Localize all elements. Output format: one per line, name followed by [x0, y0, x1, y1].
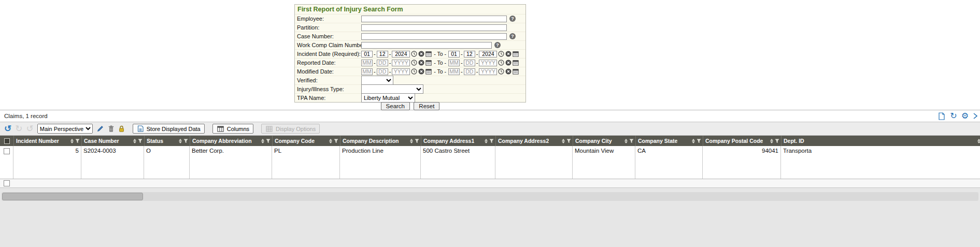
column-header-company-abbreviation[interactable]: Company Abbreviation [190, 136, 272, 146]
table-row[interactable]: 5S2024-0003OBetter Corp.PLProduction Lin… [0, 146, 980, 179]
filter-icon[interactable] [697, 139, 701, 143]
incident-date-to-mm-input[interactable] [448, 51, 460, 57]
filter-icon[interactable] [629, 139, 634, 143]
modified-date-from-yyyy-input[interactable] [392, 68, 410, 75]
sort-icon[interactable] [692, 139, 695, 143]
modified-date-to-mm-input[interactable] [448, 68, 460, 75]
clock-icon[interactable] [498, 68, 504, 75]
reported-date-from-dd-input[interactable] [377, 60, 388, 66]
work-comp-claim-number-input[interactable] [361, 42, 492, 49]
clear-date-icon[interactable] [505, 60, 512, 66]
search-button[interactable]: Search [381, 102, 410, 110]
reported-date-from-mm-input[interactable] [361, 60, 373, 66]
column-header-status[interactable]: Status [144, 136, 190, 146]
filter-icon[interactable] [266, 139, 271, 143]
case-number-input[interactable] [361, 33, 507, 40]
calendar-icon[interactable] [425, 51, 432, 57]
clear-date-icon[interactable] [418, 60, 424, 66]
sort-icon[interactable] [562, 139, 565, 143]
calendar-icon[interactable] [425, 60, 432, 66]
employee-input[interactable] [361, 16, 507, 22]
calendar-icon[interactable] [513, 68, 519, 75]
edit-pencil-icon[interactable] [97, 125, 104, 132]
filter-icon[interactable] [183, 139, 188, 143]
help-icon[interactable]: ? [494, 42, 501, 48]
calendar-icon[interactable] [513, 51, 519, 57]
sort-icon[interactable] [133, 139, 136, 143]
sort-icon[interactable] [410, 139, 413, 143]
reset-button[interactable]: Reset [414, 102, 439, 110]
select-all-checkbox[interactable] [4, 138, 10, 144]
calendar-icon[interactable] [513, 60, 519, 66]
sort-icon[interactable] [179, 139, 182, 143]
clock-icon[interactable] [498, 60, 504, 66]
clock-icon[interactable] [411, 51, 417, 57]
reported-date-to-mm-input[interactable] [448, 60, 460, 66]
row-checkbox[interactable] [4, 148, 10, 154]
help-icon[interactable]: ? [509, 16, 516, 22]
filter-icon[interactable] [334, 139, 338, 143]
reported-date-to-yyyy-input[interactable] [479, 60, 497, 66]
column-header-company-postal-code[interactable]: Company Postal Code [703, 136, 781, 146]
trash-icon[interactable] [108, 125, 114, 132]
partition-input[interactable] [361, 24, 507, 31]
horizontal-scrollbar[interactable] [2, 192, 978, 201]
gear-icon[interactable]: ⚙ [961, 112, 969, 120]
column-header-company-address2[interactable]: Company Address2 [495, 136, 573, 146]
column-header-dept-id[interactable]: Dept. ID [781, 136, 980, 146]
column-header-company-address1[interactable]: Company Address1 [421, 136, 495, 146]
sort-icon[interactable] [329, 139, 332, 143]
modified-date-from-dd-input[interactable] [377, 68, 388, 75]
incident-date-from-yyyy-input[interactable] [392, 51, 410, 57]
clock-icon[interactable] [411, 60, 417, 66]
incident-date-from-mm-input[interactable] [361, 51, 373, 57]
clear-date-icon[interactable] [418, 51, 424, 57]
sort-icon[interactable] [770, 139, 773, 143]
filter-icon[interactable] [566, 139, 571, 143]
clear-date-icon[interactable] [505, 51, 512, 57]
column-header-company-code[interactable]: Company Code [272, 136, 340, 146]
scrollbar-thumb[interactable] [2, 193, 143, 200]
column-header-company-state[interactable]: Company State [635, 136, 703, 146]
reported-date-from-yyyy-input[interactable] [392, 60, 410, 66]
filter-icon[interactable] [415, 139, 419, 143]
modified-date-to-yyyy-input[interactable] [479, 68, 497, 75]
filter-icon[interactable] [775, 139, 779, 143]
store-displayed-data-button[interactable]: Store Displayed Data [133, 124, 205, 134]
help-icon[interactable]: ? [509, 33, 516, 39]
perspective-select[interactable]: Main Perspective [37, 124, 93, 134]
sort-icon[interactable] [485, 139, 488, 143]
sort-icon[interactable] [261, 139, 264, 143]
undo-icon[interactable]: ↺ [4, 124, 11, 133]
modified-date-to-dd-input[interactable] [464, 68, 475, 75]
clock-icon[interactable] [498, 51, 504, 57]
column-header-company-city[interactable]: Company City [573, 136, 635, 146]
modified-date-from-mm-input[interactable] [361, 68, 373, 75]
incident-date-from-dd-input[interactable] [377, 51, 388, 57]
filter-icon[interactable] [489, 139, 494, 143]
clear-date-icon[interactable] [505, 68, 512, 75]
incident-date-to-yyyy-input[interactable] [479, 51, 497, 57]
verified-select[interactable] [361, 76, 393, 85]
incident-date-to-dd-input[interactable] [464, 51, 475, 57]
filter-icon[interactable] [75, 139, 80, 143]
sort-icon[interactable] [977, 139, 980, 143]
new-document-icon[interactable] [938, 112, 945, 120]
tpa-name-select[interactable]: Liberty Mutual [361, 93, 415, 103]
lock-icon[interactable] [119, 125, 124, 132]
clock-icon[interactable] [411, 68, 417, 75]
chevron-right-icon[interactable] [973, 113, 977, 119]
sort-icon[interactable] [624, 139, 628, 143]
reported-date-to-dd-input[interactable] [464, 60, 475, 66]
column-header-case-number[interactable]: Case Number [81, 136, 144, 146]
injury-illness-type-select[interactable] [361, 84, 423, 94]
clear-date-icon[interactable] [418, 68, 424, 75]
refresh-icon[interactable]: ↻ [950, 112, 957, 120]
footer-row-checkbox[interactable] [4, 180, 10, 186]
filter-icon[interactable] [138, 139, 143, 143]
columns-button[interactable]: Columns [212, 124, 253, 134]
sort-icon[interactable] [70, 139, 74, 143]
column-header-incident-number[interactable]: Incident Number [13, 136, 81, 146]
column-header-company-description[interactable]: Company Description [340, 136, 421, 146]
calendar-icon[interactable] [425, 68, 432, 75]
